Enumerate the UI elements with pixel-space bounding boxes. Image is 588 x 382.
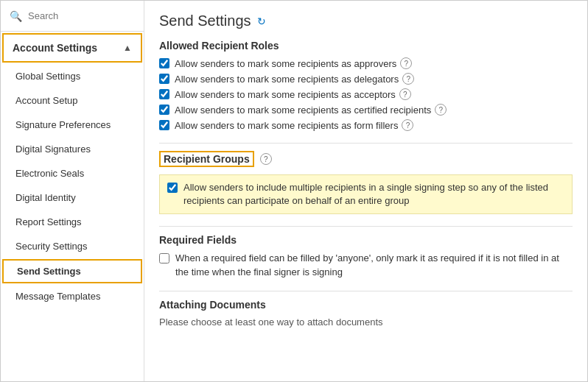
role-label-certified: Allow senders to mark some recipients as…: [175, 104, 447, 116]
role-help-icon-form-fillers[interactable]: ?: [402, 119, 413, 131]
allowed-recipient-roles-title: Allowed Recipient Roles: [159, 40, 573, 52]
role-checkbox-delegators[interactable]: [159, 74, 169, 84]
allowed-role-row-certified: Allow senders to mark some recipients as…: [159, 104, 573, 116]
sidebar-item-electronic-seals[interactable]: Electronic Seals: [1, 161, 144, 185]
recipient-groups-header: Recipient Groups ?: [159, 151, 573, 167]
search-icon: 🔍: [10, 10, 22, 22]
divider-1: [159, 143, 573, 144]
role-checkbox-approvers[interactable]: [159, 58, 169, 68]
role-checkbox-certified[interactable]: [159, 105, 169, 115]
role-help-icon-certified[interactable]: ?: [435, 104, 447, 116]
role-help-icon-delegators[interactable]: ?: [402, 73, 414, 85]
recipient-groups-label: Allow senders to include multiple recipi…: [183, 181, 564, 208]
required-fields-label: When a required field can be filled by '…: [175, 252, 573, 278]
search-bar: 🔍: [1, 1, 144, 32]
required-fields-row: When a required field can be filled by '…: [159, 252, 573, 278]
sidebar-item-global-settings[interactable]: Global Settings: [1, 64, 144, 88]
role-label-approvers: Allow senders to mark some recipients as…: [175, 57, 412, 69]
attaching-documents-title: Attaching Documents: [159, 299, 573, 311]
sidebar: 🔍 Account Settings ▲ Global SettingsAcco…: [1, 1, 144, 382]
account-settings-header[interactable]: Account Settings ▲: [2, 33, 142, 63]
role-checkbox-form-fillers[interactable]: [159, 120, 169, 130]
recipient-groups-highlighted-row: Allow senders to include multiple recipi…: [159, 174, 573, 214]
role-label-form-fillers: Allow senders to mark some recipients as…: [175, 119, 413, 131]
role-help-icon-approvers[interactable]: ?: [400, 57, 412, 69]
role-checkbox-acceptors[interactable]: [159, 89, 169, 99]
allowed-role-row-delegators: Allow senders to mark some recipients as…: [159, 73, 573, 85]
allowed-role-row-form-fillers: Allow senders to mark some recipients as…: [159, 119, 573, 131]
attaching-documents-subtitle: Please choose at least one way to attach…: [159, 316, 573, 328]
allowed-recipient-roles-section: Allowed Recipient Roles Allow senders to…: [159, 40, 573, 131]
role-label-delegators: Allow senders to mark some recipients as…: [175, 73, 414, 85]
divider-2: [159, 226, 573, 227]
recipient-groups-title: Recipient Groups: [159, 151, 254, 167]
search-input[interactable]: [28, 10, 135, 21]
sidebar-item-digital-signatures[interactable]: Digital Signatures: [1, 137, 144, 161]
required-fields-section: Required Fields When a required field ca…: [159, 234, 573, 278]
main-content: Send Settings ↻ Allowed Recipient Roles …: [144, 1, 587, 382]
required-fields-title: Required Fields: [159, 234, 573, 246]
sidebar-item-message-templates[interactable]: Message Templates: [1, 284, 144, 308]
page-title-row: Send Settings ↻: [159, 13, 573, 29]
role-label-acceptors: Allow senders to mark some recipients as…: [175, 88, 411, 100]
recipient-groups-help-icon[interactable]: ?: [260, 153, 272, 165]
account-settings-label: Account Settings: [13, 42, 97, 54]
sidebar-nav: Global SettingsAccount SetupSignature Pr…: [1, 64, 144, 308]
recipient-groups-checkbox[interactable]: [167, 183, 178, 193]
sidebar-item-report-settings[interactable]: Report Settings: [1, 210, 144, 234]
refresh-icon[interactable]: ↻: [257, 15, 266, 27]
divider-3: [159, 291, 573, 291]
sidebar-item-account-setup[interactable]: Account Setup: [1, 88, 144, 113]
role-help-icon-acceptors[interactable]: ?: [399, 88, 411, 100]
allowed-role-row-approvers: Allow senders to mark some recipients as…: [159, 57, 573, 69]
sidebar-item-security-settings[interactable]: Security Settings: [1, 234, 144, 258]
allowed-recipient-roles-list: Allow senders to mark some recipients as…: [159, 57, 573, 131]
sidebar-item-signature-preferences[interactable]: Signature Preferences: [1, 113, 144, 137]
allowed-role-row-acceptors: Allow senders to mark some recipients as…: [159, 88, 573, 100]
required-fields-checkbox[interactable]: [159, 253, 169, 263]
chevron-up-icon: ▲: [123, 43, 132, 53]
recipient-groups-section: Recipient Groups ? Allow senders to incl…: [159, 151, 573, 214]
attaching-documents-section: Attaching Documents Please choose at lea…: [159, 299, 573, 328]
page-title: Send Settings: [159, 13, 251, 29]
sidebar-item-send-settings[interactable]: Send Settings: [2, 259, 142, 283]
sidebar-item-digital-identity[interactable]: Digital Identity: [1, 185, 144, 210]
